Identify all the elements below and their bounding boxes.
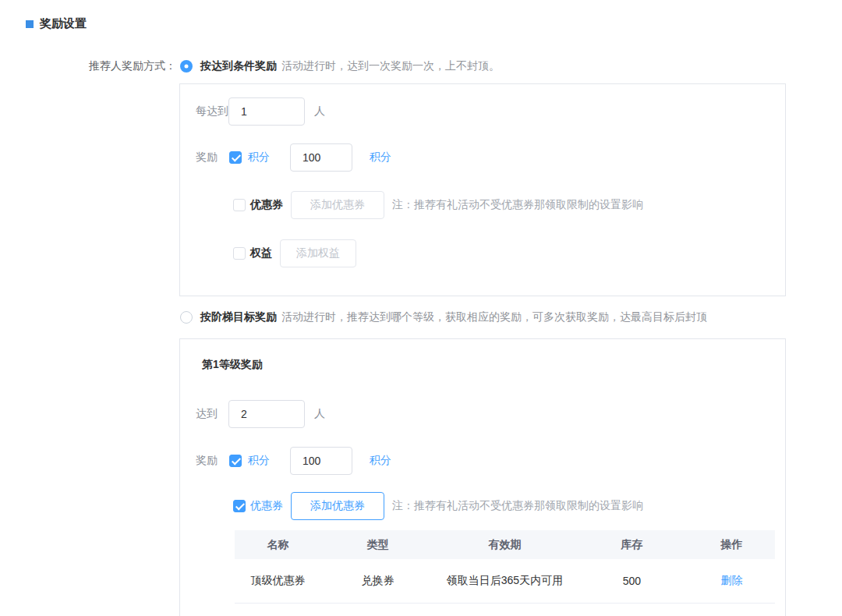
reach-label: 达到 xyxy=(196,407,228,421)
col-header-validity: 有效期 xyxy=(434,538,575,552)
coupon-checkbox-label[interactable]: 优惠券 xyxy=(250,198,283,212)
radio-unchecked-icon[interactable] xyxy=(180,311,193,324)
coupon-name-cell: 顶级优惠券 xyxy=(235,574,321,588)
col-header-name: 名称 xyxy=(235,538,321,552)
points-checkbox-checked-icon[interactable] xyxy=(229,455,242,467)
coupon-checkbox-unchecked-icon[interactable] xyxy=(233,199,246,211)
col-header-action: 操作 xyxy=(688,538,775,552)
tier-level1-title: 第1等级奖励 xyxy=(202,358,263,372)
radio-option-name[interactable]: 按达到条件奖励 xyxy=(200,59,277,73)
section-header: 奖励设置 xyxy=(26,16,87,31)
tier-points-amount-input[interactable] xyxy=(290,447,352,475)
points-checkbox-checked-icon[interactable] xyxy=(229,151,242,164)
condition-reward-panel: 每达到 人 奖励 积分 积分 优惠券 添加优惠券 注：推荐有礼活动不受优惠券那领… xyxy=(179,83,786,296)
coupon-stock-cell: 500 xyxy=(575,575,689,587)
reach-unit-label: 人 xyxy=(314,407,325,421)
section-marker-icon xyxy=(26,20,34,28)
points-reward-row: 奖励 积分 积分 xyxy=(196,143,391,172)
reward-label: 奖励 xyxy=(196,454,218,468)
reach-label: 每达到 xyxy=(196,104,228,119)
coupon-table-header: 名称 类型 有效期 库存 操作 xyxy=(235,530,775,559)
coupon-table: 名称 类型 有效期 库存 操作 顶级优惠券 兑换券 领取当日后365天内可用 5… xyxy=(235,530,775,604)
points-unit-label: 积分 xyxy=(370,150,391,165)
coupon-table-row: 顶级优惠券 兑换券 领取当日后365天内可用 500 删除 xyxy=(235,559,775,604)
coupon-checkbox-checked-icon[interactable] xyxy=(233,500,246,512)
benefit-reward-row: 权益 添加权益 xyxy=(196,239,356,267)
benefit-checkbox-unchecked-icon[interactable] xyxy=(233,247,246,260)
radio-option-desc: 活动进行时，达到一次奖励一次，上不封顶。 xyxy=(281,59,500,73)
tier-coupon-reward-row: 优惠券 添加优惠券 注：推荐有礼活动不受优惠券那领取限制的设置影响 xyxy=(196,492,643,520)
reach-unit-label: 人 xyxy=(314,104,325,119)
reach-count-input[interactable] xyxy=(228,97,305,126)
section-title: 奖励设置 xyxy=(40,16,87,31)
tier-reach-count-row: 达到 人 xyxy=(196,400,325,428)
benefit-checkbox-label[interactable]: 权益 xyxy=(250,246,272,260)
col-header-type: 类型 xyxy=(321,538,435,552)
reach-count-row: 每达到 人 xyxy=(196,97,325,126)
coupon-type-cell: 兑换券 xyxy=(321,574,435,588)
coupon-note: 注：推荐有礼活动不受优惠券那领取限制的设置影响 xyxy=(392,499,643,513)
points-amount-input[interactable] xyxy=(290,143,352,172)
add-coupon-button[interactable]: 添加优惠券 xyxy=(291,191,384,219)
radio-checked-icon[interactable] xyxy=(180,60,193,73)
radio-option-name[interactable]: 按阶梯目标奖励 xyxy=(200,310,277,324)
reward-mode-label: 推荐人奖励方式： xyxy=(47,59,176,73)
tier-reach-count-input[interactable] xyxy=(228,400,305,428)
coupon-validity-cell: 领取当日后365天内可用 xyxy=(434,574,575,588)
coupon-checkbox-label[interactable]: 优惠券 xyxy=(250,499,283,513)
reward-label: 奖励 xyxy=(196,150,218,165)
coupon-reward-row: 优惠券 添加优惠券 注：推荐有礼活动不受优惠券那领取限制的设置影响 xyxy=(196,191,643,219)
points-unit-label: 积分 xyxy=(370,454,391,468)
tier-points-reward-row: 奖励 积分 积分 xyxy=(196,447,391,475)
tier-level1-panel: 第1等级奖励 达到 人 奖励 积分 积分 优惠券 添加优惠券 注：推荐有礼活动不… xyxy=(179,338,786,616)
add-benefit-button[interactable]: 添加权益 xyxy=(280,239,356,267)
coupon-note: 注：推荐有礼活动不受优惠券那领取限制的设置影响 xyxy=(392,198,643,212)
col-header-stock: 库存 xyxy=(575,538,689,552)
add-coupon-button[interactable]: 添加优惠券 xyxy=(291,492,384,520)
radio-option-tier-reward[interactable]: 按阶梯目标奖励 活动进行时，推荐达到哪个等级，获取相应的奖励，可多次获取奖励，达… xyxy=(180,310,707,325)
radio-option-desc: 活动进行时，推荐达到哪个等级，获取相应的奖励，可多次获取奖励，达最高目标后封顶 xyxy=(281,310,707,324)
radio-option-condition-reward[interactable]: 按达到条件奖励 活动进行时，达到一次奖励一次，上不封顶。 xyxy=(180,58,500,74)
points-checkbox-label[interactable]: 积分 xyxy=(248,150,270,165)
points-checkbox-label[interactable]: 积分 xyxy=(248,454,270,468)
reward-settings-page: 奖励设置 推荐人奖励方式： 按达到条件奖励 活动进行时，达到一次奖励一次，上不封… xyxy=(0,0,842,616)
delete-coupon-link[interactable]: 删除 xyxy=(721,574,743,586)
